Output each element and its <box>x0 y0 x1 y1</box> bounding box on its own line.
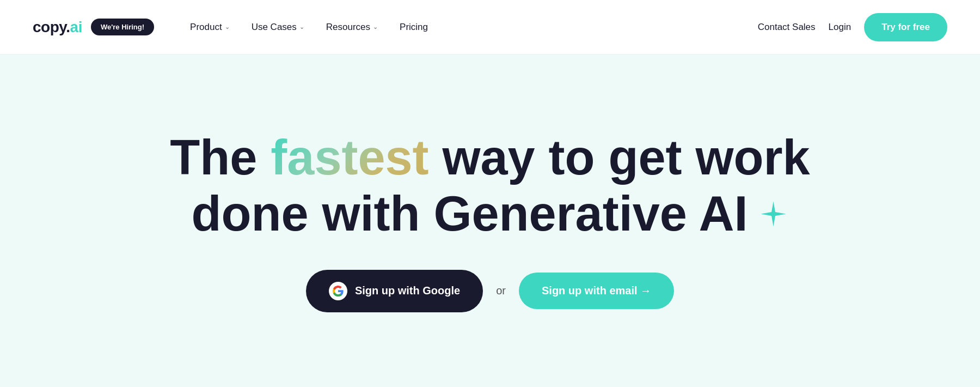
headline-line1: The fastest way to get work <box>170 130 810 186</box>
sign-up-google-button[interactable]: Sign up with Google <box>306 270 483 312</box>
google-btn-label: Sign up with Google <box>355 285 460 297</box>
nav-links: Product ⌄ Use Cases ⌄ Resources ⌄ Pricin… <box>181 16 758 38</box>
contact-sales-link[interactable]: Contact Sales <box>758 22 816 33</box>
chevron-down-icon: ⌄ <box>299 23 304 31</box>
try-free-button[interactable]: Try for free <box>864 13 947 41</box>
email-btn-label: Sign up with email → <box>542 285 651 297</box>
cta-area: Sign up with Google or Sign up with emai… <box>306 270 674 312</box>
chevron-down-icon: ⌄ <box>373 23 378 31</box>
logo-area: copy.ai We're Hiring! <box>33 19 154 36</box>
headline-line2: done with Generative AI <box>170 186 810 243</box>
fastest-text: fastest <box>271 130 428 185</box>
sign-up-email-button[interactable]: Sign up with email → <box>519 273 674 309</box>
login-link[interactable]: Login <box>829 22 852 33</box>
navbar: copy.ai We're Hiring! Product ⌄ Use Case… <box>0 0 980 55</box>
or-separator: or <box>496 285 506 297</box>
nav-item-product[interactable]: Product ⌄ <box>181 16 238 38</box>
sparkle-icon <box>758 199 788 229</box>
nav-right: Contact Sales Login Try for free <box>758 13 947 41</box>
google-icon <box>329 282 347 300</box>
nav-item-use-cases[interactable]: Use Cases ⌄ <box>243 16 313 38</box>
nav-item-pricing[interactable]: Pricing <box>391 16 437 38</box>
nav-item-resources[interactable]: Resources ⌄ <box>317 16 387 38</box>
hero-section: The fastest way to get work done with Ge… <box>0 55 980 387</box>
logo[interactable]: copy.ai <box>33 19 82 36</box>
chevron-down-icon: ⌄ <box>225 23 230 31</box>
hero-headline: The fastest way to get work done with Ge… <box>170 130 810 243</box>
hiring-badge[interactable]: We're Hiring! <box>91 19 154 35</box>
